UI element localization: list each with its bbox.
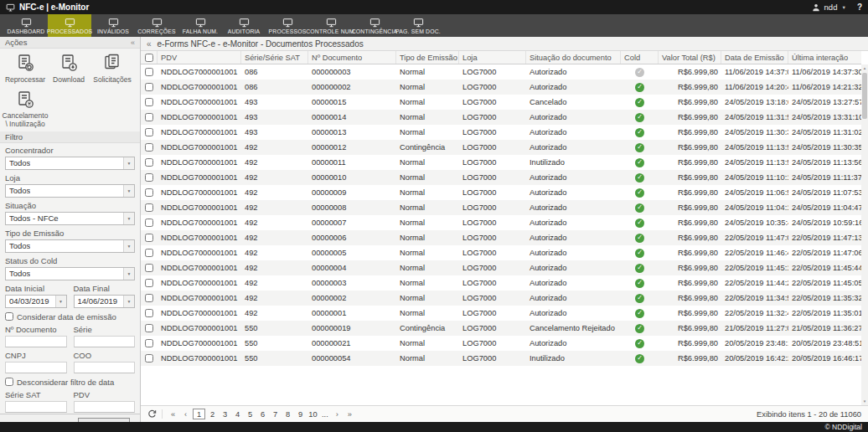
page-button-5[interactable]: 5 [245, 409, 256, 419]
tipo-emissao-select[interactable]: Todos ▼ [5, 239, 135, 253]
coo-input[interactable] [74, 362, 136, 373]
toolbar-item-processos[interactable]: PROCESSOS [266, 14, 309, 37]
row-checkbox[interactable] [145, 309, 153, 317]
page-button-3[interactable]: 3 [220, 409, 230, 419]
page-button-4[interactable]: 4 [232, 409, 243, 419]
toolbar-item-dashboard[interactable]: DASHBOARD [4, 14, 48, 37]
row-checkbox[interactable] [145, 158, 153, 167]
table-row[interactable]: NDDLOG700000100149200000001NormalLOG7000… [141, 306, 861, 321]
row-checkbox[interactable] [145, 98, 153, 106]
action-cancelamento-inutilizacao-button[interactable]: Cancelamento \ Inutilização [3, 89, 47, 131]
table-row[interactable]: NDDLOG7000001001550000000054NormalLOG700… [141, 351, 861, 366]
row-checkbox[interactable] [145, 113, 153, 121]
scroll-up-icon[interactable]: ▲ [861, 64, 868, 72]
page-button-10[interactable]: 10 [307, 409, 318, 419]
row-checkbox[interactable] [145, 279, 153, 287]
column-header-serie-serie-sat[interactable]: Série/Série SAT [241, 51, 308, 64]
toolbar-item-processados[interactable]: PROCESSADOS [48, 14, 91, 37]
first-page-button[interactable]: « [168, 409, 178, 419]
next-page-button[interactable]: › [332, 409, 343, 419]
column-header-ultima-interacao[interactable]: Última interação [788, 51, 861, 64]
user-menu[interactable]: ndd [824, 3, 838, 12]
column-header-valor-total-r[interactable]: Valor Total (R$) [659, 51, 721, 64]
row-checkbox[interactable] [145, 83, 153, 91]
table-row[interactable]: NDDLOG7000001001550000000021NormalLOG700… [141, 336, 861, 351]
page-button-2[interactable]: 2 [207, 409, 218, 419]
table-row[interactable]: NDDLOG700000100149200000011NormalLOG7000… [141, 155, 861, 170]
toolbar-item-auditoria[interactable]: AUDITORIA [222, 14, 266, 37]
page-button-1[interactable]: 1 [193, 409, 205, 419]
column-header-n-documento[interactable]: Nº Documento [308, 51, 396, 64]
collapse-actions-icon[interactable]: « [131, 39, 135, 47]
row-checkbox[interactable] [145, 128, 153, 136]
row-checkbox[interactable] [145, 339, 153, 347]
row-checkbox[interactable] [145, 354, 153, 363]
help-button[interactable]: ? [857, 3, 862, 12]
table-row[interactable]: NDDLOG7000001001550000000019Contingência… [141, 321, 861, 336]
action-reprocessar-button[interactable]: Reprocessar [3, 52, 47, 86]
table-row[interactable]: NDDLOG700000100149300000013NormalLOG7000… [141, 125, 861, 140]
action-solicitacoes-button[interactable]: Solicitações [90, 52, 134, 86]
table-row[interactable]: NDDLOG700000100149200000006NormalLOG7000… [141, 230, 861, 245]
column-header-tipo-de-emissao[interactable]: Tipo de Emissão [396, 51, 459, 64]
chevron-down-icon[interactable]: ▼ [123, 296, 134, 307]
vertical-scrollbar[interactable]: ▲ ▼ [861, 64, 868, 405]
chevron-down-icon[interactable]: ▼ [55, 296, 66, 307]
row-checkbox[interactable] [145, 264, 153, 272]
table-row[interactable]: NDDLOG7000001001086000000002NormalLOG700… [141, 80, 861, 95]
chevron-down-icon[interactable]: ▼ [123, 240, 134, 252]
row-checkbox[interactable] [145, 219, 153, 227]
considerar-emissao-checkbox[interactable] [5, 312, 13, 321]
column-header-loja[interactable]: Loja [459, 51, 526, 64]
data-final-picker[interactable]: 14/06/2019 ▼ [74, 295, 136, 308]
row-checkbox[interactable] [145, 68, 153, 76]
table-row[interactable]: NDDLOG700000100149200000008NormalLOG7000… [141, 200, 861, 215]
page-button-7[interactable]: 7 [270, 409, 281, 419]
action-download-button[interactable]: Download [47, 52, 90, 86]
chevron-down-icon[interactable]: ▼ [123, 185, 134, 197]
page-button-8[interactable]: 8 [282, 409, 293, 419]
row-checkbox[interactable] [145, 173, 153, 182]
cnpj-input[interactable] [5, 362, 67, 373]
collapse-sidebar-icon[interactable]: « [147, 39, 152, 49]
table-row[interactable]: NDDLOG7000001001086000000003NormalLOG700… [141, 64, 861, 80]
row-checkbox[interactable] [145, 234, 153, 242]
table-row[interactable]: NDDLOG700000100149200000010NormalLOG7000… [141, 170, 861, 185]
toolbar-item-falha-num[interactable]: FALHA NUM. [178, 14, 222, 37]
refresh-icon[interactable] [147, 409, 157, 419]
loja-select[interactable]: Todos ▼ [5, 184, 135, 198]
chevron-down-icon[interactable]: ▼ [841, 5, 845, 10]
toolbar-item-invalidos[interactable]: INVÁLIDOS [91, 14, 135, 37]
row-checkbox[interactable] [145, 188, 153, 197]
status-cold-select[interactable]: Todos ▼ [5, 267, 135, 280]
select-all-checkbox[interactable] [145, 54, 153, 62]
chevron-down-icon[interactable]: ▼ [123, 157, 134, 169]
toolbar-item-contingencia[interactable]: CONTINGÊNCIA [353, 14, 396, 37]
prev-page-button[interactable]: ‹ [180, 409, 191, 419]
situacao-select[interactable]: Todos - NFCe ▼ [5, 212, 135, 225]
table-row[interactable]: NDDLOG700000100149300000014NormalLOG7000… [141, 110, 861, 125]
serie-sat-input[interactable] [5, 401, 67, 413]
column-header-pdv[interactable]: PDV [158, 51, 241, 64]
row-checkbox[interactable] [145, 249, 153, 257]
toolbar-item-controle-num[interactable]: CONTROLE NUM. [309, 14, 353, 37]
column-header-cold[interactable]: Cold [621, 51, 659, 64]
table-row[interactable]: NDDLOG700000100149200000003NormalLOG7000… [141, 275, 861, 291]
chevron-down-icon[interactable]: ▼ [123, 268, 134, 280]
column-header-data-de-emissao[interactable]: Data de Emissão [721, 51, 788, 64]
table-row[interactable]: NDDLOG700000100149200000007NormalLOG7000… [141, 215, 861, 230]
chevron-down-icon[interactable]: ▼ [123, 213, 134, 224]
data-inicial-picker[interactable]: 04/03/2019 ▼ [5, 295, 67, 308]
table-row[interactable]: NDDLOG700000100149200000004NormalLOG7000… [141, 260, 861, 275]
table-row[interactable]: NDDLOG700000100149200000009NormalLOG7000… [141, 185, 861, 200]
table-row[interactable]: NDDLOG700000100149200000002NormalLOG7000… [141, 291, 861, 306]
toolbar-item-pag-sem-doc[interactable]: PAG. SEM DOC. [396, 14, 440, 37]
table-row[interactable]: NDDLOG700000100149300000015NormalLOG7000… [141, 95, 861, 110]
row-checkbox[interactable] [145, 143, 153, 152]
scroll-down-icon[interactable]: ▼ [861, 398, 868, 405]
num-documento-input[interactable] [5, 336, 67, 347]
row-checkbox[interactable] [145, 324, 153, 332]
last-page-button[interactable]: » [344, 409, 355, 419]
row-checkbox[interactable] [145, 294, 153, 302]
scrollbar-thumb[interactable] [862, 73, 867, 119]
